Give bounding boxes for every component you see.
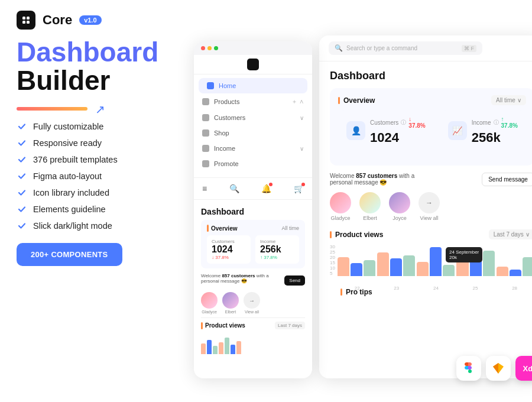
- y-label: 20: [330, 255, 335, 260]
- cta-button[interactable]: 200+ COMPONENTS: [17, 243, 122, 266]
- bar-blue: [510, 270, 521, 276]
- chart-period-selector[interactable]: Last 7 days ∨: [489, 229, 532, 239]
- desktop-mockup: 🔍 Search or type a command ⌘ F Dashboard…: [319, 35, 532, 378]
- avatar-label: Joyce: [392, 215, 407, 221]
- time-filter[interactable]: All time: [281, 225, 299, 231]
- chevron-down-icon: ∨: [517, 97, 521, 103]
- view-all-item[interactable]: → View all: [419, 192, 440, 221]
- bar-salmon: [417, 262, 429, 276]
- customers-stat: Customers 1024 ↓ 37.8%: [207, 235, 251, 264]
- sidebar-item-label: Customers: [214, 114, 245, 121]
- x-label: 24: [416, 286, 456, 291]
- mobile-dashboard-title: Dashboard: [201, 207, 305, 216]
- tools-badges: Xd: [456, 356, 532, 378]
- desktop-income-label: Income ⓘ ↑ 37.8%: [472, 116, 518, 129]
- mobile-logo-icon: [247, 59, 259, 70]
- desktop-content: Dashboard Overview All time ∨: [319, 61, 532, 377]
- dot-yellow: [207, 46, 212, 50]
- promote-icon: [202, 160, 209, 167]
- feature-text: Responsive ready: [33, 138, 102, 148]
- xd-text: Xd: [523, 364, 532, 373]
- notification-icon[interactable]: 🔔: [261, 184, 271, 193]
- desktop-customers-label: Customers ⓘ ↓ 37.8%: [370, 116, 426, 129]
- bar-teal: [364, 260, 375, 276]
- customers-icon-circle: 👤: [346, 121, 365, 140]
- svg-marker-6: [493, 363, 498, 374]
- xd-badge: Xd: [515, 356, 532, 378]
- sidebar-item-label: Shop: [214, 129, 229, 137]
- desktop-customers-value: 1024: [370, 130, 426, 145]
- bar: [213, 346, 218, 354]
- sidebar-item-promote[interactable]: Promote: [194, 156, 312, 171]
- home-icon: [207, 82, 214, 89]
- mini-chart: [201, 333, 305, 354]
- cmd-shortcut: ⌘ F: [462, 45, 476, 52]
- list-item: 376 prebuilt templates: [17, 154, 182, 165]
- divider: [201, 317, 305, 318]
- avatar: [330, 192, 351, 213]
- bar-salmon: [338, 257, 349, 276]
- mobile-top-bar: [194, 41, 312, 55]
- desktop-overview-header: Overview All time ∨: [338, 95, 526, 105]
- welcome-text: Welcome 857 customers with apersonal mes…: [330, 173, 414, 186]
- menu-icon[interactable]: ≡: [202, 184, 207, 193]
- figma-badge: [456, 356, 481, 378]
- divider: [194, 199, 312, 200]
- desktop-time-filter[interactable]: All time ∨: [491, 95, 526, 105]
- bar-teal: [483, 251, 495, 276]
- headline-builder: Builder: [17, 66, 182, 95]
- alert-icon[interactable]: 🛒: [294, 184, 304, 193]
- desktop-stats-row: 👤 Customers ⓘ ↓ 37.8% 1024: [338, 110, 526, 151]
- avatar-item: Elbert: [359, 192, 381, 221]
- chevron-down-icon: ∨: [300, 145, 304, 152]
- sidebar-item-customers[interactable]: Customers ∨: [194, 110, 312, 125]
- chevron-down-icon: ∨: [300, 115, 304, 121]
- headline-dashboard: Dashboard: [17, 38, 182, 66]
- check-icon: [17, 121, 27, 132]
- avatar-item: → View all: [244, 292, 260, 314]
- y-label: 25: [330, 249, 335, 255]
- main-layout: Dashboard Builder ↗ Fully customizable R…: [0, 35, 532, 402]
- view-all-icon[interactable]: →: [244, 292, 260, 309]
- left-panel: Dashboard Builder ↗ Fully customizable R…: [17, 35, 182, 393]
- search-icon[interactable]: 🔍: [229, 184, 239, 193]
- overview-header: Overview All time: [207, 225, 299, 232]
- search-placeholder: Search or type a command: [346, 45, 458, 51]
- period-selector[interactable]: Last 7 days: [275, 322, 305, 329]
- send-message-button[interactable]: Send message: [482, 173, 532, 186]
- bar-group: [377, 244, 415, 276]
- sidebar-item-label: Products: [214, 98, 239, 105]
- check-icon: [17, 187, 27, 198]
- feature-text: Fully customizable: [33, 122, 103, 131]
- feature-text: Figma auto-layout: [33, 171, 102, 181]
- bar-group: [338, 244, 375, 276]
- list-item: Icon library included: [17, 187, 182, 198]
- search-bar[interactable]: 🔍 Search or type a command ⌘ F: [329, 41, 482, 55]
- view-all-icon[interactable]: →: [419, 192, 440, 213]
- list-item: Fully customizable: [17, 121, 182, 132]
- orange-bar-small: [201, 322, 203, 329]
- send-button[interactable]: Send: [284, 275, 305, 286]
- svg-rect-2: [22, 21, 25, 24]
- avatar: [359, 192, 381, 213]
- sidebar-item-products[interactable]: Products ＋ ∧: [194, 93, 312, 110]
- product-views-header: Product views Last 7 days: [201, 322, 305, 329]
- product-views-label: Product views: [201, 322, 245, 329]
- bar: [201, 343, 206, 354]
- income-change: ↑ 37.8%: [501, 116, 518, 129]
- features-list: Fully customizable Responsive ready 376 …: [17, 121, 182, 231]
- avatar: [389, 192, 410, 213]
- bar: [225, 338, 229, 354]
- sidebar-item-shop[interactable]: Shop: [194, 125, 312, 141]
- list-item: Responsive ready: [17, 138, 182, 148]
- feature-text: 376 prebuilt templates: [33, 155, 118, 164]
- sidebar-item-home[interactable]: Home: [199, 78, 307, 93]
- avatar-item: Joyce: [389, 192, 410, 221]
- avatar: [222, 292, 239, 309]
- chart-bars-area: 24 September 20k 22 23 24 25 28: [338, 244, 532, 284]
- check-icon: [17, 204, 27, 215]
- chart-bars: [338, 244, 532, 284]
- welcome-row: Welcome 857 customers with a personal me…: [201, 273, 305, 287]
- chart-section: Product views Last 7 days ∨ 30 25: [330, 229, 532, 284]
- sidebar-item-income[interactable]: Income ∨: [194, 141, 312, 156]
